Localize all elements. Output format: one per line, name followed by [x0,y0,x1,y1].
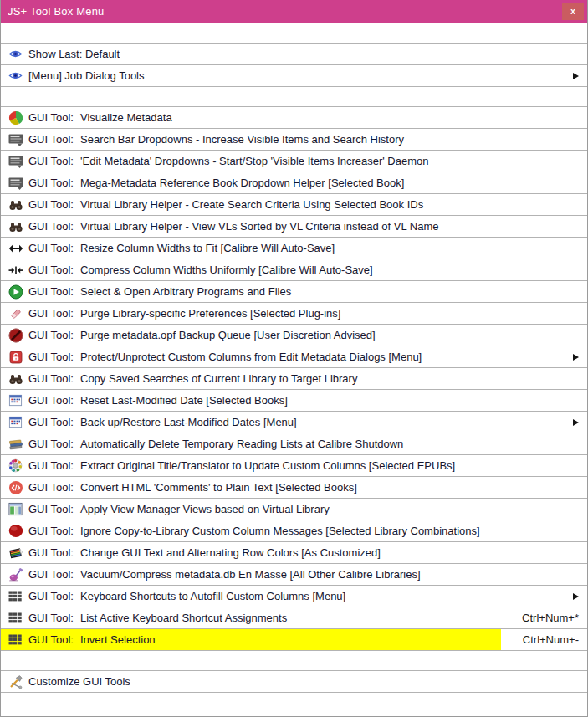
menu-item-main[interactable]: GUI Tool:Back up/Restore Last-Modified D… [1,412,501,433]
books-icon [8,436,23,452]
menu-item-main[interactable]: GUI Tool:Resize Column Widths to Fit [Ca… [1,238,501,259]
menu-item-main[interactable]: GUI Tool:Extract Original Title/Translat… [1,455,501,476]
menu-item[interactable]: GUI Tool:List Active Keyboard Shortcut A… [1,607,587,629]
menu-item[interactable]: GUI Tool:Virtual Library Helper - Create… [1,194,587,216]
menu-item-label: Keyboard Shortcuts to Autofill Custom Co… [80,590,345,602]
gui-tool-prefix: GUI Tool: [28,416,77,428]
menu-item[interactable]: GUI Tool:Change GUI Text and Alternating… [1,542,587,564]
menu-item[interactable]: GUI Tool:Extract Original Title/Translat… [1,455,587,477]
menu-item-right [501,172,587,193]
menu-item-right [501,390,587,411]
menu-item-right [501,65,587,86]
gui-tool-prefix: GUI Tool: [28,177,77,189]
menu-item[interactable]: GUI Tool:Ignore Copy-to-Library Custom C… [1,520,587,542]
menu-item-main[interactable]: GUI Tool:Compress Column Widths Uniforml… [1,259,501,280]
menu-item-main[interactable]: GUI Tool:Copy Saved Searches of Current … [1,368,501,389]
dropdown-list-icon [8,153,23,169]
menu-item-label: Copy Saved Searches of Current Library t… [80,372,357,385]
menu-item-right [501,671,587,692]
menu-item-label: Resize Column Widths to Fit [Calibre Wil… [80,242,335,254]
gui-tool-prefix: GUI Tool: [28,133,77,146]
menu-item[interactable]: Customize GUI Tools [1,671,587,693]
menu-item[interactable]: GUI Tool:Select & Open Arbitrary Program… [1,281,587,303]
dropdown-list-icon [8,131,23,147]
menu-item[interactable]: GUI Tool:Purge metadata.opf Backup Queue… [1,325,587,346]
menu-item-main[interactable]: GUI Tool:'Edit Metadata' Dropdowns - Sta… [1,151,501,172]
menu-item-main[interactable]: [Menu] Job Dialog Tools [1,65,501,86]
code-circle-icon [8,479,23,495]
menu-item-main[interactable]: GUI Tool:Visualize Metadata [1,107,501,128]
menu-item-main[interactable]: GUI Tool:Protect/Unprotect Custom Column… [1,346,501,367]
menu-item[interactable]: Show Last: Default [1,44,587,65]
menu-item[interactable]: [Menu] Job Dialog Tools [1,65,587,87]
menu-item-right [501,107,587,128]
menu-item-main[interactable]: GUI Tool:Invert Selection [1,629,501,650]
menu-item[interactable]: GUI Tool:Vacuum/Compress metadata.db En … [1,564,587,586]
close-button[interactable]: x [562,3,584,20]
menu-item-label: Reset Last-Modified Date [Selected Books… [80,394,288,407]
pie-chart-icon [8,110,23,125]
menu-item[interactable]: GUI Tool:Apply View Manager Views based … [1,499,587,520]
menu-item-label: Compress Column Widths Uniformly [Calibr… [80,264,373,276]
menu-item-right [501,564,587,585]
menu-item[interactable]: GUI Tool:Resize Column Widths to Fit [Ca… [1,238,587,259]
menu-item-main[interactable]: GUI Tool:Change GUI Text and Alternating… [1,542,501,563]
menu-item-label: Visualize Metadata [80,111,172,124]
menu-item-main[interactable]: GUI Tool:Search Bar Dropdowns - Increase… [1,129,501,150]
menu-item[interactable]: GUI Tool:Mega-Metadata Reference Book Dr… [1,172,587,194]
menu-item-main[interactable]: GUI Tool:Select & Open Arbitrary Program… [1,281,501,302]
gui-tool-prefix: GUI Tool: [28,394,77,407]
menu-item[interactable]: GUI Tool:Reset Last-Modified Date [Selec… [1,390,587,412]
menu-item-label: Vacuum/Compress metadata.db En Masse [Al… [80,568,421,581]
menu-item[interactable]: GUI Tool:Back up/Restore Last-Modified D… [1,412,587,433]
menu-item[interactable]: GUI Tool:Keyboard Shortcuts to Autofill … [1,586,587,607]
menu-item[interactable]: GUI Tool:Purge Library-specific Preferen… [1,303,587,325]
menu-item-right [501,325,587,346]
menu-item-main[interactable]: GUI Tool:Virtual Library Helper - View V… [1,216,501,237]
submenu-arrow-icon [573,354,579,361]
menu-item[interactable]: GUI Tool:Virtual Library Helper - View V… [1,216,587,238]
menu-item-main[interactable]: GUI Tool:Vacuum/Compress metadata.db En … [1,564,501,585]
top-items-section: Show Last: Default[Menu] Job Dialog Tool… [1,44,587,87]
menu-item-right [501,346,587,367]
menu-item-main[interactable]: GUI Tool:Virtual Library Helper - Create… [1,194,501,215]
gui-tool-prefix: GUI Tool: [28,242,77,254]
menu-item-main[interactable]: GUI Tool:Purge Library-specific Preferen… [1,303,501,324]
menu-item[interactable]: GUI Tool:Search Bar Dropdowns - Increase… [1,129,587,151]
no-entry-icon [8,327,23,343]
gui-tool-prefix: GUI Tool: [28,220,77,233]
menu-item[interactable]: GUI Tool:'Edit Metadata' Dropdowns - Sta… [1,151,587,172]
play-circle-icon [8,284,23,300]
keyboard-icon [8,588,23,604]
menu-item-main[interactable]: GUI Tool:Purge metadata.opf Backup Queue… [1,325,501,346]
menu-item-main[interactable]: GUI Tool:Convert HTML 'Comments' to Plai… [1,477,501,498]
menu-item-main[interactable]: GUI Tool:List Active Keyboard Shortcut A… [1,607,501,628]
gui-tool-prefix: GUI Tool: [28,372,77,385]
calendar-icon [8,414,23,430]
stop-circle-icon [8,523,23,539]
menu-item[interactable]: GUI Tool:Automatically Delete Temporary … [1,433,587,455]
gui-tool-prefix: GUI Tool: [28,633,77,646]
menu-item-main[interactable]: GUI Tool:Ignore Copy-to-Library Custom C… [1,520,501,541]
binoculars-icon [8,197,23,213]
menu-item-main[interactable]: Show Last: Default [1,44,501,64]
menu-item-main[interactable]: GUI Tool:Reset Last-Modified Date [Selec… [1,390,501,411]
menu-item-right [501,259,587,280]
menu-item-main[interactable]: GUI Tool:Automatically Delete Temporary … [1,433,501,454]
menu-item-label: Virtual Library Helper - View VLs Sorted… [80,220,438,233]
menu-item-main[interactable]: GUI Tool:Mega-Metadata Reference Book Dr… [1,172,501,193]
menu-item-right [501,542,587,563]
menu-item[interactable]: GUI Tool:Visualize Metadata [1,107,587,129]
menu-item[interactable]: GUI Tool:Protect/Unprotect Custom Column… [1,346,587,368]
menu-item[interactable]: GUI Tool:Copy Saved Searches of Current … [1,368,587,390]
menu-item-main[interactable]: GUI Tool:Keyboard Shortcuts to Autofill … [1,586,501,607]
menu-item-main[interactable]: GUI Tool:Apply View Manager Views based … [1,499,501,520]
menu-item-main[interactable]: Customize GUI Tools [1,671,501,692]
menu-item[interactable]: GUI Tool:Compress Column Widths Uniforml… [1,259,587,281]
menu-item[interactable]: GUI Tool:Convert HTML 'Comments' to Plai… [1,477,587,499]
dropdown-list-icon [8,175,23,191]
menu-item-label: Ignore Copy-to-Library Custom Column Mes… [80,525,480,537]
menu-item[interactable]: GUI Tool:Invert SelectionCtrl+Num+- [1,629,587,651]
menu-item-label: 'Edit Metadata' Dropdowns - Start/Stop '… [80,155,429,167]
menu-item-right [501,477,587,498]
